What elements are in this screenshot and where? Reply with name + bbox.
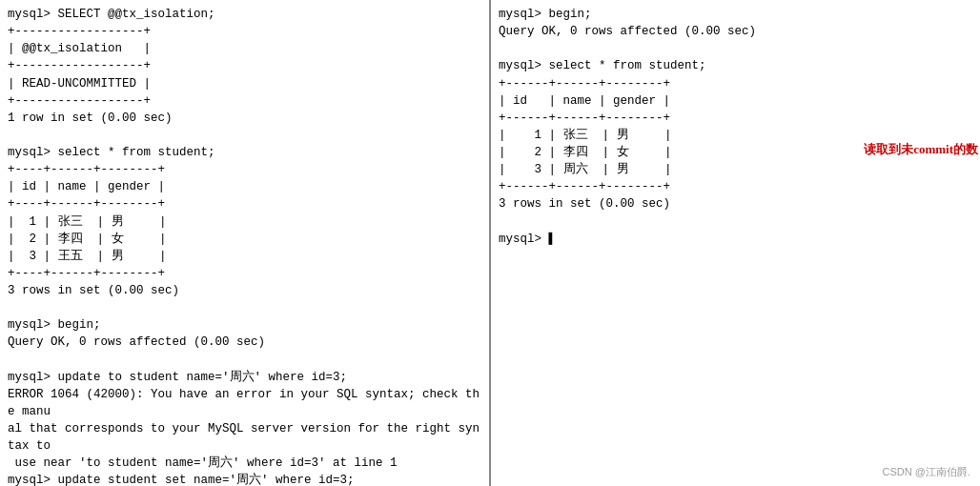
left-panel-content: mysql> SELECT @@tx_isolation; +---------… [8,6,481,486]
read-uncommit-annotation: 读取到未commit的数 [864,141,978,159]
left-line-1: mysql> SELECT @@tx_isolation; +---------… [8,8,480,486]
right-line-1: mysql> begin; Query OK, 0 rows affected … [499,8,756,246]
right-panel-content: mysql> begin; Query OK, 0 rows affected … [499,6,972,248]
main-content: mysql> SELECT @@tx_isolation; +---------… [0,0,980,486]
right-panel: mysql> begin; Query OK, 0 rows affected … [491,0,980,486]
watermark: CSDN @江南伯爵. [883,465,970,480]
left-panel: mysql> SELECT @@tx_isolation; +---------… [0,0,491,486]
read-uncommit-text: 读取到未commit的数 [864,142,978,156]
